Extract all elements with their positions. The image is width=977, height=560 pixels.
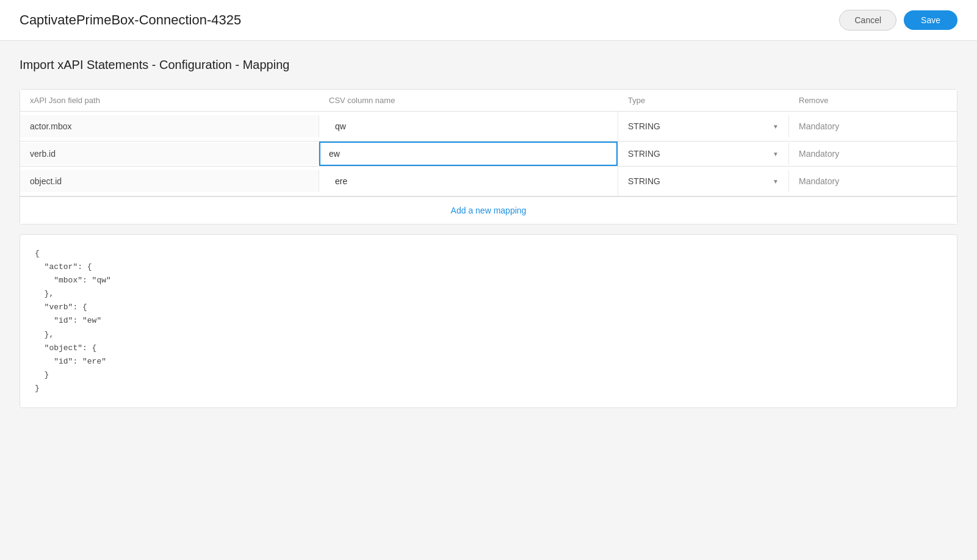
dropdown-arrow-2: ▼ [773,151,779,157]
mandatory-label-2: Mandatory [799,149,839,159]
page-container: CaptivatePrimeBox-Connection-4325 Cancel… [0,0,977,560]
col-header-csv-name: CSV column name [329,96,628,105]
save-button[interactable]: Save [904,10,957,30]
csv-input-wrapper-2 [319,142,618,166]
type-cell-1: STRING INTEGER FLOAT BOOLEAN ▼ [618,115,789,137]
remove-cell-1: Mandatory [789,115,881,137]
field-path-cell-1: actor.mbox [20,115,319,137]
table-header: xAPI Json field path CSV column name Typ… [20,90,957,112]
dropdown-arrow-3: ▼ [773,178,779,185]
json-line: } [35,382,942,395]
field-path-value-2: verb.id [30,149,56,159]
field-path-cell-2: verb.id [20,143,319,165]
json-line: "mbox": "qw" [35,274,942,287]
json-line: } [35,368,942,382]
type-cell-2: STRING INTEGER FLOAT BOOLEAN ▼ [618,143,789,165]
csv-input-cell-1 [319,112,618,141]
csv-input-wrapper-3 [329,171,608,191]
col-header-field-path: xAPI Json field path [30,96,329,105]
type-select-3[interactable]: STRING INTEGER FLOAT BOOLEAN [628,176,773,186]
type-select-2[interactable]: STRING INTEGER FLOAT BOOLEAN [628,149,773,159]
csv-input-3[interactable] [335,176,602,186]
mandatory-label-1: Mandatory [799,121,839,131]
table-row: actor.mbox STRING INTEGER FLOAT BOOLEAN … [20,112,957,142]
header-actions: Cancel Save [839,10,957,31]
csv-input-cell-3 [319,167,618,196]
page-header-title: CaptivatePrimeBox-Connection-4325 [20,12,241,28]
json-line: "actor": { [35,260,942,274]
json-line: }, [35,328,942,342]
json-line: "id": "ew" [35,314,942,328]
field-path-cell-3: object.id [20,170,319,192]
json-line: }, [35,287,942,301]
add-mapping-link[interactable]: Add a new mapping [451,206,527,215]
dropdown-arrow-1: ▼ [773,123,779,130]
csv-input-2[interactable] [329,149,608,159]
cancel-button[interactable]: Cancel [839,10,896,31]
add-mapping-row: Add a new mapping [20,196,957,224]
remove-cell-3: Mandatory [789,170,881,192]
csv-input-1[interactable] [335,121,602,131]
col-header-remove: Remove [799,96,890,105]
type-cell-3: STRING INTEGER FLOAT BOOLEAN ▼ [618,170,789,192]
main-content: Import xAPI Statements - Configuration -… [0,41,977,425]
json-line: "verb": { [35,301,942,314]
json-line: { [35,247,942,260]
json-preview: { "actor": { "mbox": "qw" }, "verb": { "… [20,234,957,408]
csv-input-wrapper-1 [329,117,608,136]
table-row: object.id STRING INTEGER FLOAT BOOLEAN ▼ [20,167,957,196]
csv-input-cell-2 [319,142,618,166]
mandatory-label-3: Mandatory [799,176,839,186]
col-header-type: Type [628,96,799,105]
json-line: "object": { [35,342,942,355]
table-row: verb.id STRING INTEGER FLOAT BOOLEAN ▼ [20,142,957,167]
field-path-value-1: actor.mbox [30,121,71,131]
remove-cell-2: Mandatory [789,143,881,165]
json-line: "id": "ere" [35,355,942,368]
mapping-table: xAPI Json field path CSV column name Typ… [20,89,957,224]
type-select-1[interactable]: STRING INTEGER FLOAT BOOLEAN [628,121,773,131]
header: CaptivatePrimeBox-Connection-4325 Cancel… [0,0,977,41]
page-title: Import xAPI Statements - Configuration -… [20,58,957,72]
field-path-value-3: object.id [30,176,62,186]
